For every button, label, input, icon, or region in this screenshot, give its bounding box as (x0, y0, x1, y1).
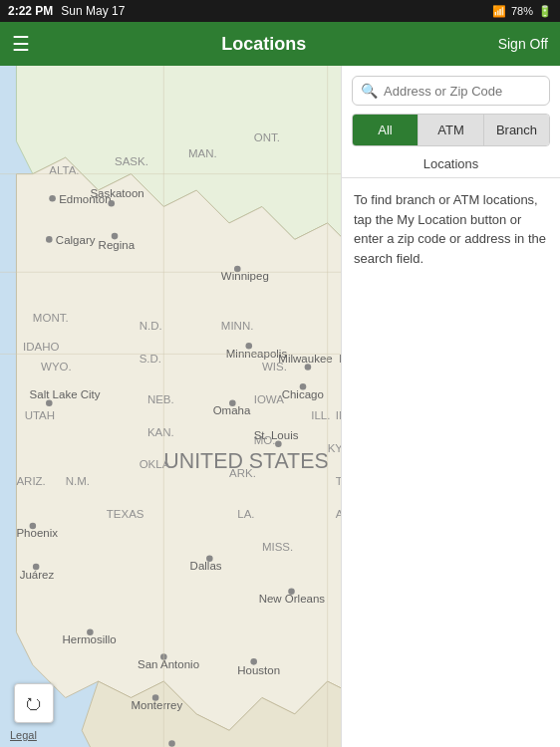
svg-text:ARK.: ARK. (229, 467, 256, 479)
my-location-button[interactable]: ⭮ (14, 683, 54, 723)
status-time: 2:22 PM (8, 4, 53, 18)
svg-text:Juárez: Juárez (20, 569, 55, 581)
filter-buttons: All ATM Branch (352, 114, 550, 146)
svg-point-96 (275, 441, 282, 448)
all-filter-button[interactable]: All (353, 115, 419, 145)
svg-text:MAN.: MAN. (188, 147, 217, 159)
svg-text:TEXAS: TEXAS (107, 508, 144, 520)
svg-text:NEB.: NEB. (147, 393, 174, 405)
svg-text:Monterrey: Monterrey (131, 699, 182, 711)
svg-text:LA.: LA. (237, 508, 254, 520)
page-title: Locations (221, 34, 306, 55)
svg-text:New Orleans: New Orleans (259, 593, 326, 605)
search-input[interactable] (384, 84, 541, 99)
branch-filter-button[interactable]: Branch (484, 115, 549, 145)
svg-text:Houston: Houston (237, 664, 280, 676)
svg-text:N.M.: N.M. (66, 475, 90, 487)
svg-text:Hermosillo: Hermosillo (62, 633, 116, 645)
svg-text:Dallas: Dallas (190, 560, 222, 572)
svg-text:St. Louis: St. Louis (254, 429, 299, 441)
sign-off-button[interactable]: Sign Off (498, 36, 548, 52)
svg-text:San Antonio: San Antonio (138, 658, 199, 670)
svg-point-49 (108, 200, 115, 207)
svg-text:ONT.: ONT. (254, 131, 280, 143)
svg-text:Phoenix: Phoenix (16, 527, 58, 539)
svg-text:Regina: Regina (99, 239, 136, 251)
info-text: To find branch or ATM locations, tap the… (342, 178, 560, 280)
svg-text:WYO.: WYO. (41, 361, 72, 373)
header: ☰ Locations Sign Off (0, 22, 560, 66)
menu-icon[interactable]: ☰ (12, 32, 30, 56)
svg-text:ARIZ.: ARIZ. (16, 475, 45, 487)
right-panel: 🔍 All ATM Branch Locations To find branc… (341, 66, 560, 747)
svg-text:Saskatoon: Saskatoon (90, 187, 143, 199)
svg-point-90 (305, 364, 312, 371)
status-date: Sun May 17 (61, 4, 125, 18)
search-icon: 🔍 (361, 83, 378, 99)
svg-point-55 (46, 399, 53, 406)
svg-text:MINN.: MINN. (221, 320, 254, 332)
status-icons: 📶 78% 🔋 (492, 5, 552, 18)
svg-text:N.D.: N.D. (140, 320, 162, 332)
battery-icon: 🔋 (538, 5, 552, 18)
svg-text:MONT.: MONT. (33, 312, 69, 324)
svg-text:IDAHO: IDAHO (23, 341, 59, 353)
svg-text:OKLA.: OKLA. (140, 458, 173, 470)
status-bar: 2:22 PM Sun May 17 📶 78% 🔋 (0, 0, 560, 22)
svg-text:UTAH: UTAH (25, 409, 55, 421)
svg-text:MISS.: MISS. (262, 541, 293, 553)
battery-level: 78% (511, 5, 533, 17)
atm-filter-button[interactable]: ATM (419, 115, 484, 145)
wifi-icon: 📶 (492, 5, 506, 18)
svg-text:IOWA: IOWA (254, 393, 285, 405)
svg-point-47 (46, 236, 53, 243)
svg-text:Salt Lake City: Salt Lake City (30, 388, 101, 400)
locate-icon: ⭮ (25, 693, 43, 714)
search-bar[interactable]: 🔍 (352, 76, 550, 106)
svg-text:Omaha: Omaha (213, 404, 251, 416)
svg-point-45 (49, 195, 56, 202)
svg-text:SASK.: SASK. (115, 155, 148, 167)
svg-text:Chicago: Chicago (282, 388, 324, 400)
legal-link[interactable]: Legal (10, 729, 37, 741)
locations-tab[interactable]: Locations (342, 152, 560, 178)
svg-text:KAN.: KAN. (147, 426, 174, 438)
svg-text:Calgary: Calgary (56, 234, 96, 246)
